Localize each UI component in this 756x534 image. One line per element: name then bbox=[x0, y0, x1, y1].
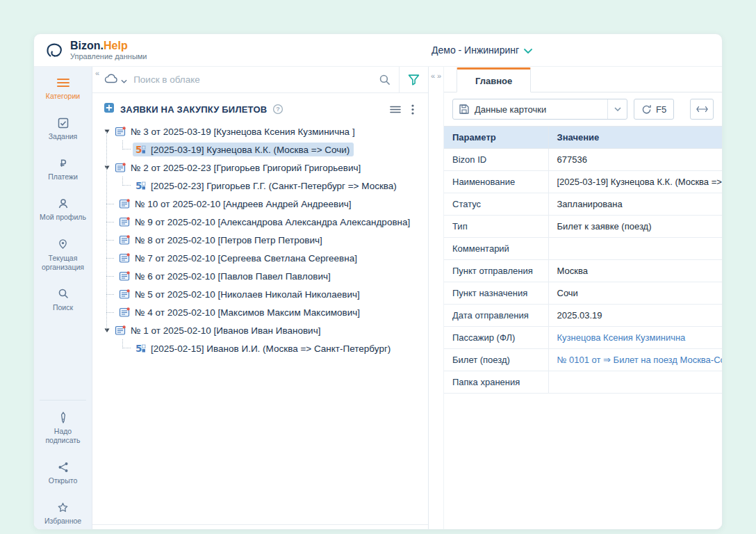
value-cell: [2025-03-19] Кузнецова К.К. (Москва => С… bbox=[548, 171, 722, 193]
sidebar-item-label: Платежи bbox=[48, 172, 78, 181]
sidebar-item-organization[interactable]: Текущая организация bbox=[34, 233, 92, 277]
request-doc-icon bbox=[119, 270, 131, 282]
tree-connector bbox=[106, 222, 114, 222]
details-panel: Главное Данные карточки F5 bbox=[444, 67, 722, 529]
menu-icon bbox=[57, 76, 69, 88]
sidebar-item-to-sign[interactable]: Надо подписать bbox=[34, 406, 92, 451]
tree-item-label: № 8 от 2025-02-10 [Петров Петр Петрович] bbox=[135, 235, 322, 245]
tree-subitem-label: [2025-02-15] Иванов И.И. (Москва => Санк… bbox=[151, 343, 391, 354]
refresh-button[interactable]: F5 bbox=[634, 99, 674, 120]
tree-connector bbox=[122, 177, 131, 186]
sidebar-item-label: Текущая организация bbox=[36, 254, 90, 272]
share-icon bbox=[58, 461, 69, 473]
sidebar-item-label: Мой профиль bbox=[40, 213, 86, 222]
collapse-sidebar-icon[interactable]: « bbox=[95, 69, 99, 77]
tree-item[interactable]: № 1 от 2025-02-10 [Иванов Иван Иванович] bbox=[101, 321, 424, 339]
panel-splitter[interactable]: «» bbox=[429, 67, 444, 529]
brand: Bizon.Help Управление данными bbox=[70, 40, 147, 60]
category-icon bbox=[104, 102, 115, 116]
kebab-menu-icon[interactable] bbox=[411, 104, 414, 115]
horizontal-scrollbar[interactable] bbox=[92, 524, 428, 529]
chevron-down-icon bbox=[121, 74, 127, 86]
collapse-right-icon[interactable]: » bbox=[437, 72, 441, 529]
expand-toggle-icon[interactable] bbox=[102, 327, 112, 333]
filter-button[interactable] bbox=[399, 67, 428, 92]
request-doc-icon bbox=[119, 289, 131, 300]
value-cell: Сочи bbox=[548, 282, 722, 305]
bizon-logo-icon bbox=[44, 40, 65, 60]
tree-item[interactable]: № 8 от 2025-02-10 [Петров Петр Петрович] bbox=[101, 231, 424, 249]
sidebar-item-open[interactable]: Открыто bbox=[34, 455, 92, 491]
tree-connector bbox=[106, 294, 114, 295]
pin-icon bbox=[58, 238, 68, 250]
tree-subitem[interactable]: 5[2025-03-19] Кузнецова К.К. (Москва => … bbox=[101, 140, 424, 159]
tree-actions bbox=[390, 104, 414, 115]
request-doc-icon bbox=[119, 198, 131, 209]
help-icon[interactable]: ? bbox=[272, 104, 284, 115]
tree-item[interactable]: № 10 от 2025-02-10 [Андреев Андрей Андре… bbox=[101, 195, 424, 213]
tree-item-label: № 2 от 2025-02-23 [Григорьев Григорий Гр… bbox=[131, 163, 361, 173]
list-view-icon[interactable] bbox=[390, 105, 401, 114]
tab-strip: Главное bbox=[444, 67, 722, 92]
sidebar-item-payments[interactable]: Платежи bbox=[34, 152, 92, 187]
tree-item-label: № 3 от 2025-03-19 [Кузнецова Ксения Кузм… bbox=[131, 127, 355, 137]
search-icon bbox=[58, 288, 69, 300]
tree-item-label: № 9 от 2025-02-10 [Александрова Александ… bbox=[135, 217, 410, 227]
param-cell: Папка хранения bbox=[444, 371, 548, 394]
card-data-select[interactable]: Данные карточки bbox=[452, 99, 627, 120]
sidebar-item-label: Открыто bbox=[49, 476, 78, 485]
tree-item[interactable]: № 6 от 2025-02-10 [Павлов Павел Павлович… bbox=[101, 267, 424, 285]
tasks-icon bbox=[58, 117, 69, 129]
search-icon[interactable] bbox=[379, 74, 391, 86]
tab-main[interactable]: Главное bbox=[457, 67, 531, 92]
org-selector[interactable]: Демо - Инжиниринг bbox=[432, 34, 532, 66]
tree-connector bbox=[122, 140, 131, 149]
save-card-icon bbox=[459, 104, 470, 115]
sidebar-item-label: Категории bbox=[46, 92, 80, 101]
sidebar-item-favorites[interactable]: Избранное bbox=[34, 496, 92, 529]
pen-icon bbox=[59, 412, 67, 423]
expand-panel-button[interactable] bbox=[690, 99, 714, 120]
tree-item[interactable]: № 5 от 2025-02-10 [Николаев Николай Нико… bbox=[101, 285, 424, 303]
cloud-source-button[interactable] bbox=[100, 74, 133, 86]
tree-item-label: № 1 от 2025-02-10 [Иванов Иван Иванович] bbox=[131, 325, 320, 336]
param-cell: Статус bbox=[444, 193, 548, 216]
tree-connector bbox=[106, 258, 114, 259]
sidebar-item-search[interactable]: Поиск bbox=[34, 282, 92, 318]
tree-item[interactable]: № 3 от 2025-03-19 [Кузнецова Ксения Кузм… bbox=[101, 122, 424, 140]
collapse-left-icon[interactable]: « bbox=[431, 72, 435, 529]
value-cell: Москва bbox=[548, 260, 722, 282]
expand-toggle-icon[interactable] bbox=[102, 165, 112, 170]
tree-item[interactable]: № 9 от 2025-02-10 [Александрова Александ… bbox=[101, 213, 424, 231]
tree-item[interactable]: № 2 от 2025-02-23 [Григорьев Григорий Гр… bbox=[101, 159, 424, 177]
column-header-param: Параметр bbox=[444, 127, 548, 149]
refresh-icon bbox=[641, 104, 652, 115]
cloud-search-bar: « bbox=[92, 67, 428, 93]
card-data-select-value: Данные карточки bbox=[470, 104, 607, 115]
chevron-down-icon bbox=[607, 99, 627, 119]
tree-item-label: № 10 от 2025-02-10 [Андреев Андрей Андре… bbox=[135, 199, 352, 209]
sidebar-item-tasks[interactable]: Задания bbox=[34, 111, 92, 147]
request-doc-icon bbox=[115, 325, 126, 336]
sidebar-item-profile[interactable]: Мой профиль bbox=[34, 192, 92, 227]
tree-item-label: № 5 от 2025-02-10 [Николаев Николай Нико… bbox=[135, 289, 360, 300]
value-cell[interactable]: Кузнецова Ксения Кузминична bbox=[548, 327, 722, 349]
tree-subitem[interactable]: 5[2025-02-15] Иванов И.И. (Москва => Сан… bbox=[101, 339, 424, 357]
tree-panel: « bbox=[92, 67, 429, 529]
value-cell[interactable]: № 0101 от ⇒ Билет на поезд Москва-Сочи bbox=[548, 349, 722, 371]
table-row: Папка хранения bbox=[444, 371, 722, 394]
expand-toggle-icon[interactable] bbox=[102, 129, 112, 134]
svg-text:5: 5 bbox=[135, 180, 142, 191]
refresh-button-label: F5 bbox=[656, 104, 666, 115]
table-row: Билет (поезд)№ 0101 от ⇒ Билет на поезд … bbox=[444, 349, 722, 371]
tree-subitem[interactable]: 5[2025-02-23] Григорьев Г.Г. (Санкт-Пете… bbox=[101, 177, 424, 195]
tree-connector bbox=[122, 339, 131, 348]
tree-item[interactable]: № 4 от 2025-02-10 [Максимов Максим Макси… bbox=[101, 303, 424, 321]
sidebar-item-categories[interactable]: Категории bbox=[34, 71, 92, 106]
tree-item[interactable]: № 7 от 2025-02-10 [Сергеева Светлана Сер… bbox=[101, 249, 424, 267]
search-input[interactable] bbox=[133, 74, 370, 85]
request-doc-icon bbox=[115, 162, 126, 173]
table-row: СтатусЗапланирована bbox=[444, 193, 722, 216]
tree-connector bbox=[106, 204, 114, 204]
main-area: КатегорииЗаданияПлатежиМой профильТекуща… bbox=[34, 67, 722, 529]
